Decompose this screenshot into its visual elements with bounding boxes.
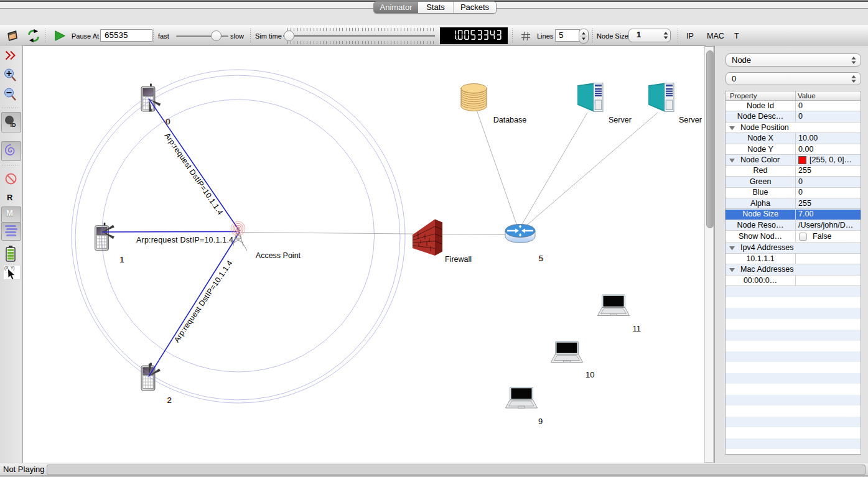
svg-text:Arp:request DstIP=10.1.1.4: Arp:request DstIP=10.1.1.4 [163, 131, 225, 216]
svg-text:2: 2 [167, 396, 172, 405]
svg-text:Firewall: Firewall [445, 255, 472, 264]
svg-text:Arp:request DstIP=10.1.1.4: Arp:request DstIP=10.1.1.4 [172, 259, 235, 344]
svg-text:5: 5 [539, 254, 543, 263]
svg-text:1: 1 [120, 255, 124, 264]
svg-text:Server: Server [679, 116, 702, 124]
svg-text:9: 9 [538, 417, 543, 426]
svg-text:0: 0 [166, 117, 170, 126]
svg-text:Server: Server [609, 116, 632, 124]
svg-text:Access Point: Access Point [256, 251, 301, 260]
svg-text:11: 11 [633, 324, 642, 333]
svg-text:10: 10 [586, 370, 594, 379]
svg-text:Arp:request DstIP=10.1.1.4: Arp:request DstIP=10.1.1.4 [136, 236, 233, 244]
svg-text:ID: ID [11, 122, 17, 128]
svg-text:Database: Database [493, 116, 527, 124]
